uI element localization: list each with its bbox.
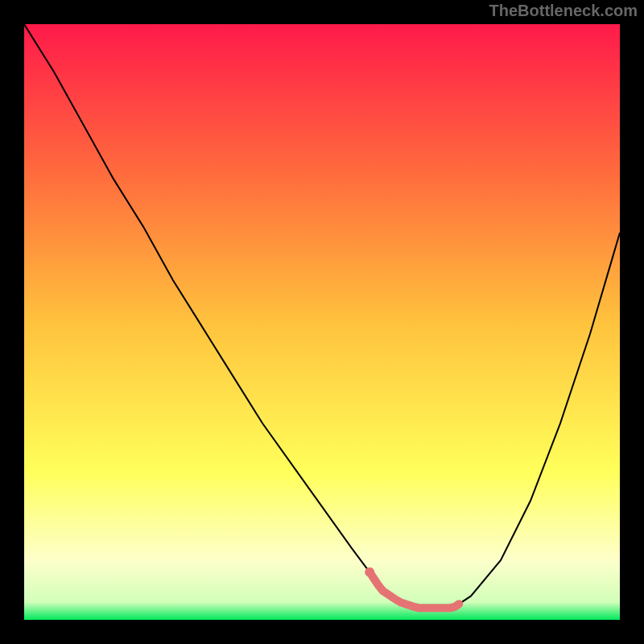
chart-area bbox=[24, 24, 620, 620]
bottleneck-chart bbox=[24, 24, 620, 620]
optimal-start-dot bbox=[365, 568, 374, 577]
plot-background bbox=[24, 24, 620, 620]
watermark-text: TheBottleneck.com bbox=[489, 2, 638, 20]
